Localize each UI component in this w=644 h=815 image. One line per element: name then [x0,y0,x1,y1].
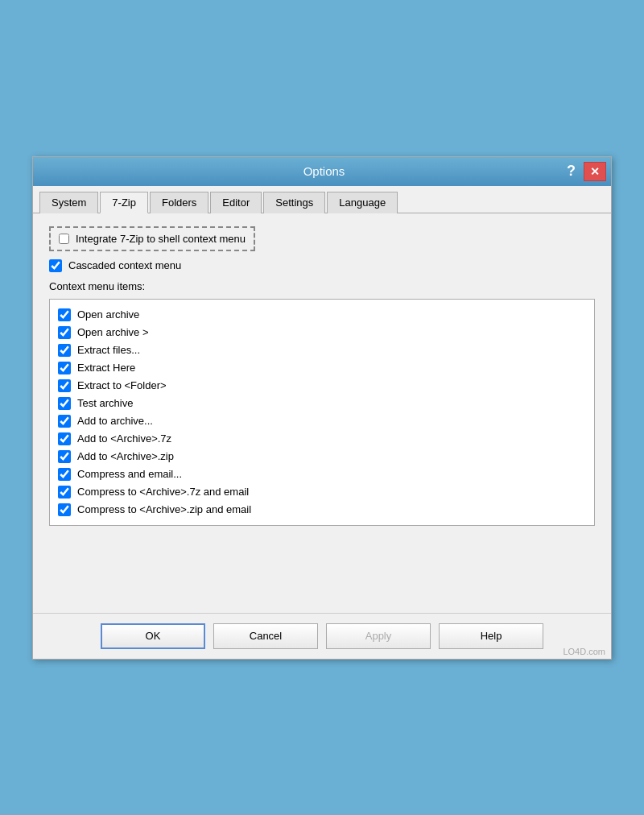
item-label: Extract Here [77,362,135,374]
item-extract-files[interactable] [58,344,71,357]
watermark: LO4D.com [563,647,605,656]
options-dialog: Options ? ✕ System 7-Zip Folders Editor … [32,156,612,660]
item-test-archive[interactable] [58,397,71,410]
list-item: Add to <Archive>.zip [58,448,586,465]
item-label: Extract files... [77,344,140,356]
tab-system[interactable]: System [39,192,98,213]
item-label: Add to <Archive>.7z [77,432,171,445]
item-compress-zip-email[interactable] [58,503,71,516]
item-label: Compress to <Archive>.zip and email [77,503,251,515]
title-bar-controls: ? ✕ [562,162,606,181]
apply-button[interactable]: Apply [326,623,431,649]
tab-bar: System 7-Zip Folders Editor Settings Lan… [33,186,611,213]
list-item: Open archive [58,306,586,324]
item-open-archive-sub[interactable] [58,326,71,339]
context-menu-list: Open archive Open archive > Extract file… [49,299,595,526]
cascaded-checkbox-label: Cascaded context menu [68,259,181,271]
item-label: Open archive [77,308,139,321]
item-compress-7z-email[interactable] [58,486,71,499]
title-bar: Options ? ✕ [33,157,611,186]
list-item: Extract to <Folder> [58,377,586,395]
tab-7zip[interactable]: 7-Zip [100,192,148,213]
item-label: Add to archive... [77,415,153,427]
list-item: Extract files... [58,341,586,359]
tab-folders[interactable]: Folders [150,192,208,213]
item-add-to-7z[interactable] [58,432,71,445]
tab-settings[interactable]: Settings [263,192,325,213]
dialog-content: System 7-Zip Folders Editor Settings Lan… [33,186,611,659]
item-compress-email[interactable] [58,468,71,481]
ok-button[interactable]: OK [101,623,205,649]
list-item: Test archive [58,395,586,412]
list-item: Add to archive... [58,412,586,430]
list-item: Compress to <Archive>.zip and email [58,501,586,519]
list-item: Compress and email... [58,465,586,483]
context-menu-label: Context menu items: [49,280,595,292]
list-item: Extract Here [58,359,586,377]
item-label: Test archive [77,397,133,409]
integrate-checkbox[interactable] [59,234,69,244]
bottom-buttons: OK Cancel Apply Help [33,613,611,659]
list-item: Compress to <Archive>.7z and email [58,483,586,501]
help-icon[interactable]: ? [562,163,580,180]
item-add-to-archive[interactable] [58,415,71,428]
integrate-checkbox-label: Integrate 7-Zip to shell context menu [76,233,246,245]
item-label: Extract to <Folder> [77,379,167,391]
tab-editor[interactable]: Editor [210,192,262,213]
window-title: Options [86,164,562,178]
tab-content-7zip: Integrate 7-Zip to shell context menu Ca… [33,213,611,548]
cascaded-checkbox[interactable] [49,259,62,272]
item-label: Compress to <Archive>.7z and email [77,486,249,498]
item-extract-to-folder[interactable] [58,379,71,392]
item-add-to-zip[interactable] [58,450,71,463]
item-open-archive[interactable] [58,308,71,321]
close-button[interactable]: ✕ [584,162,606,181]
cancel-button[interactable]: Cancel [213,623,318,649]
item-label: Compress and email... [77,468,182,480]
item-extract-here[interactable] [58,362,71,374]
cascaded-checkbox-row: Cascaded context menu [49,259,595,272]
item-label: Open archive > [77,326,149,338]
spacer [33,548,611,613]
help-button[interactable]: Help [439,623,543,649]
item-label: Add to <Archive>.zip [77,450,174,462]
tab-language[interactable]: Language [327,192,398,213]
list-item: Add to <Archive>.7z [58,430,586,448]
integrate-checkbox-container: Integrate 7-Zip to shell context menu [49,226,255,251]
list-item: Open archive > [58,324,586,341]
